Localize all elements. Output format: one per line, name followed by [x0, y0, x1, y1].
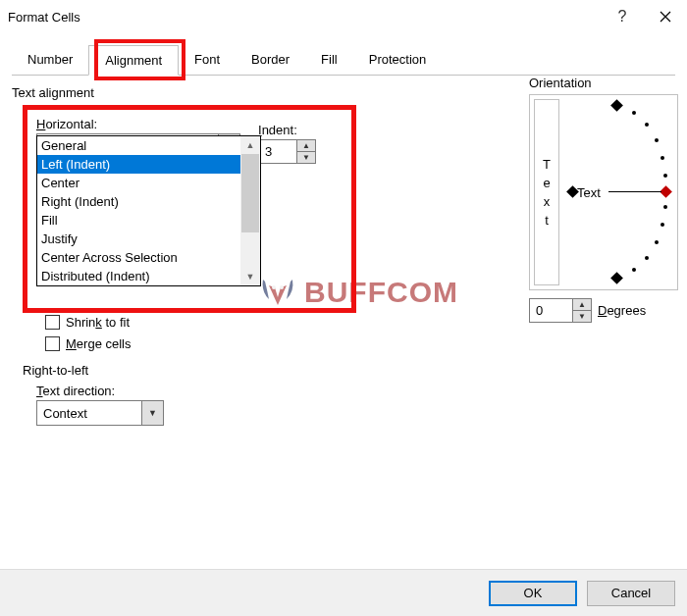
dial-dot-icon: [661, 223, 664, 227]
scroll-track[interactable]: [240, 154, 260, 268]
scroll-up-icon[interactable]: ▲: [240, 136, 260, 154]
dropdown-item[interactable]: Center: [37, 174, 240, 192]
tab-font[interactable]: Font: [179, 45, 236, 75]
dropdown-item[interactable]: Right (Indent): [37, 192, 240, 211]
tab-strip: Number Alignment Font Border Fill Protec…: [12, 45, 675, 76]
text-control-checks: Shrink to fit Merge cells: [45, 311, 131, 354]
dial-diamond-icon: [610, 99, 623, 112]
close-icon: [660, 11, 671, 23]
dropdown-item[interactable]: Fill: [37, 211, 240, 230]
dial-text-label: Text: [577, 185, 601, 200]
shrink-label: Shrink to fit: [66, 315, 130, 330]
dropdown-scrollbar[interactable]: ▲ ▼: [240, 136, 260, 285]
watermark: BUFFCOM: [257, 272, 458, 313]
merge-cells-checkbox[interactable]: Merge cells: [45, 333, 131, 354]
svg-point-1: [280, 285, 284, 289]
svg-point-0: [272, 285, 276, 289]
watermark-logo-icon: [257, 272, 298, 313]
dialog-footer: OK Cancel: [0, 569, 687, 616]
dial-diamond-icon: [610, 272, 623, 284]
degrees-value[interactable]: 0: [530, 299, 572, 322]
dropdown-item[interactable]: Center Across Selection: [37, 248, 240, 267]
indent-spin-up[interactable]: ▲: [297, 140, 315, 151]
dropdown-item[interactable]: Left (Indent): [37, 155, 240, 174]
titlebar: Format Cells ?: [0, 0, 687, 33]
dial-dot-icon: [632, 268, 636, 272]
degrees-spin-up[interactable]: ▲: [573, 299, 591, 310]
dropdown-item[interactable]: General: [37, 136, 240, 155]
scroll-down-icon[interactable]: ▼: [240, 268, 260, 285]
dial-dot-icon: [655, 138, 659, 142]
dial-dot-icon: [645, 123, 649, 127]
dial-dot-icon: [655, 240, 659, 244]
rtl-group-label: Right-to-left: [23, 363, 164, 378]
merge-label: Merge cells: [66, 336, 131, 351]
horizontal-label: Horizontal:: [36, 117, 240, 131]
dial-line: [608, 191, 661, 192]
text-alignment-group: Text alignment Horizontal: Left (Indent)…: [12, 85, 502, 100]
indent-label: Indent:: [258, 123, 316, 137]
dial-dot-icon: [632, 111, 636, 115]
text-direction-combo[interactable]: Context ▼: [36, 400, 164, 426]
orientation-dial[interactable]: Text: [563, 99, 673, 285]
window-title: Format Cells: [8, 10, 601, 25]
right-to-left-group: Right-to-left Text direction: Context ▼: [23, 363, 164, 426]
orientation-vertical-text[interactable]: T e x t: [534, 99, 559, 285]
dropdown-item[interactable]: Distributed (Indent): [37, 267, 240, 285]
tab-border[interactable]: Border: [236, 45, 305, 75]
dial-dot-icon: [663, 174, 667, 178]
tab-number[interactable]: Number: [12, 45, 88, 75]
indent-value[interactable]: 3: [259, 140, 296, 163]
dial-dot-icon: [661, 156, 664, 160]
degrees-spin-down[interactable]: ▼: [573, 310, 591, 322]
shrink-to-fit-checkbox[interactable]: Shrink to fit: [45, 311, 131, 333]
indent-spinner[interactable]: 3 ▲ ▼: [258, 139, 316, 164]
dial-dot-icon: [645, 256, 649, 260]
tab-alignment[interactable]: Alignment: [88, 45, 179, 76]
text-direction-combo-button[interactable]: ▼: [141, 401, 163, 425]
tab-fill[interactable]: Fill: [305, 45, 353, 75]
text-direction-value: Context: [37, 406, 141, 421]
indent-spin-down[interactable]: ▼: [297, 151, 315, 163]
close-button[interactable]: [644, 0, 687, 33]
cancel-button[interactable]: Cancel: [587, 581, 675, 606]
text-alignment-label: Text alignment: [12, 85, 502, 100]
orientation-group: Orientation T e x t: [529, 76, 687, 323]
horizontal-dropdown[interactable]: General Left (Indent) Center Right (Inde…: [36, 135, 261, 286]
text-direction-label: Text direction:: [36, 384, 164, 398]
ok-button[interactable]: OK: [489, 581, 577, 606]
chevron-down-icon: ▼: [148, 408, 157, 418]
degrees-spinner[interactable]: 0 ▲ ▼: [529, 298, 592, 323]
help-button[interactable]: ?: [601, 0, 644, 33]
scroll-thumb[interactable]: [241, 154, 259, 232]
orientation-label: Orientation: [529, 76, 687, 90]
dial-dot-icon: [663, 205, 667, 209]
checkbox-box[interactable]: [45, 336, 60, 351]
tab-protection[interactable]: Protection: [353, 45, 443, 75]
dial-indicator-icon: [660, 185, 672, 198]
orientation-panel: T e x t: [529, 94, 678, 290]
degrees-label: Degrees: [598, 303, 646, 318]
checkbox-box[interactable]: [45, 315, 60, 330]
dropdown-item[interactable]: Justify: [37, 230, 240, 248]
